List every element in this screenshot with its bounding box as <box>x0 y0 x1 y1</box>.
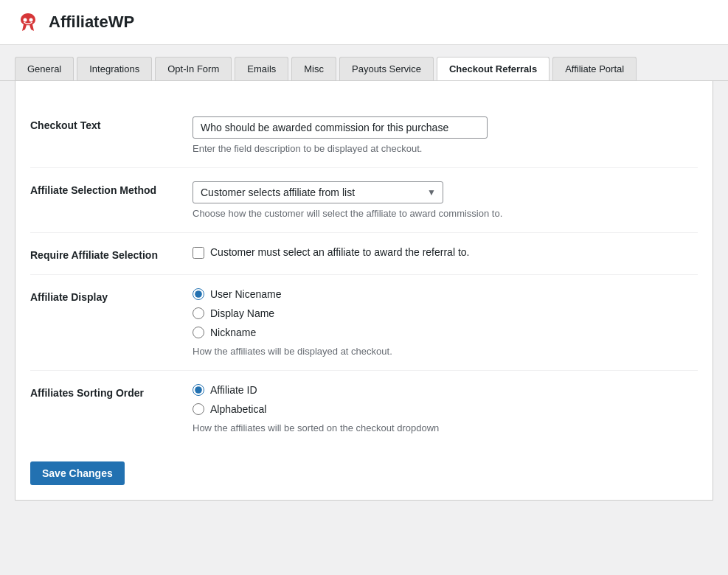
header: AffiliateWP <box>0 0 728 45</box>
tab-opt-in-form[interactable]: Opt-In Form <box>155 57 232 80</box>
require-affiliate-selection-field: Customer must select an affiliate to awa… <box>193 246 698 259</box>
tab-general[interactable]: General <box>15 57 74 80</box>
tab-integrations[interactable]: Integrations <box>77 57 152 80</box>
affiliate-display-nickname-radio[interactable] <box>193 327 204 338</box>
tab-checkout-referrals[interactable]: Checkout Referrals <box>437 57 550 80</box>
affiliates-sorting-affiliate-id-radio[interactable] <box>193 384 204 396</box>
affiliates-sorting-order-description: How the affiliates will be sorted on the… <box>193 422 698 433</box>
affiliates-sorting-order-label: Affiliates Sorting Order <box>30 384 193 399</box>
affiliate-selection-method-field: Customer selects affiliate from list Cus… <box>193 181 698 219</box>
affiliatewp-logo-icon <box>15 9 41 35</box>
affiliate-display-display-name-radio[interactable] <box>193 307 204 319</box>
affiliate-display-description: How the affiliates will be displayed at … <box>193 346 698 357</box>
svg-point-1 <box>24 18 27 22</box>
checkout-text-field: Enter the field description to be displa… <box>193 116 698 154</box>
affiliate-display-row: Affiliate Display User Nicename Display … <box>30 275 698 371</box>
affiliates-sorting-alphabetical-row: Alphabetical <box>193 403 698 415</box>
affiliate-selection-method-description: Choose how the customer will select the … <box>193 208 698 219</box>
content-wrapper: Checkout Text Enter the field descriptio… <box>0 81 728 523</box>
affiliate-selection-method-row: Affiliate Selection Method Customer sele… <box>30 168 698 233</box>
tab-misc[interactable]: Misc <box>291 57 336 80</box>
logo-text: AffiliateWP <box>49 13 134 32</box>
affiliates-sorting-order-radio-group: Affiliate ID Alphabetical <box>193 384 698 415</box>
svg-point-2 <box>30 18 33 22</box>
affiliate-display-display-name-label: Display Name <box>210 307 274 319</box>
require-affiliate-selection-checkbox-label: Customer must select an affiliate to awa… <box>210 246 469 258</box>
affiliate-display-radio-group: User Nicename Display Name Nickname <box>193 288 698 338</box>
affiliate-display-label: Affiliate Display <box>30 288 193 303</box>
affiliate-display-display-name-row: Display Name <box>193 307 698 319</box>
tab-payouts-service[interactable]: Payouts Service <box>339 57 434 80</box>
affiliate-display-user-nicename-row: User Nicename <box>193 288 698 300</box>
checkout-text-label: Checkout Text <box>30 116 193 131</box>
tab-affiliate-portal[interactable]: Affiliate Portal <box>552 57 637 80</box>
require-affiliate-selection-checkbox-row: Customer must select an affiliate to awa… <box>193 246 698 259</box>
checkout-text-row: Checkout Text Enter the field descriptio… <box>30 103 698 168</box>
affiliate-selection-method-select[interactable]: Customer selects affiliate from list Cus… <box>193 181 443 203</box>
save-changes-button[interactable]: Save Changes <box>30 461 125 485</box>
affiliates-sorting-affiliate-id-label: Affiliate ID <box>210 384 257 396</box>
affiliate-selection-method-select-wrapper: Customer selects affiliate from list Cus… <box>193 181 443 203</box>
affiliate-selection-method-label: Affiliate Selection Method <box>30 181 193 196</box>
affiliate-display-field: User Nicename Display Name Nickname How … <box>193 288 698 357</box>
checkout-text-input[interactable] <box>193 116 488 139</box>
affiliates-sorting-alphabetical-radio[interactable] <box>193 403 204 415</box>
affiliates-sorting-order-field: Affiliate ID Alphabetical How the affili… <box>193 384 698 433</box>
tab-bar: General Integrations Opt-In Form Emails … <box>0 45 728 81</box>
main-content: Checkout Text Enter the field descriptio… <box>15 81 713 501</box>
require-affiliate-selection-checkbox[interactable] <box>193 247 204 259</box>
affiliate-display-nickname-label: Nickname <box>210 327 256 338</box>
affiliates-sorting-order-row: Affiliates Sorting Order Affiliate ID Al… <box>30 371 698 447</box>
affiliates-sorting-affiliate-id-row: Affiliate ID <box>193 384 698 396</box>
affiliates-sorting-alphabetical-label: Alphabetical <box>210 403 266 415</box>
checkout-text-description: Enter the field description to be displa… <box>193 143 698 154</box>
affiliate-display-nickname-row: Nickname <box>193 327 698 338</box>
affiliate-display-user-nicename-radio[interactable] <box>193 288 204 300</box>
tab-emails[interactable]: Emails <box>235 57 288 80</box>
require-affiliate-selection-label: Require Affiliate Selection <box>30 246 193 261</box>
require-affiliate-selection-row: Require Affiliate Selection Customer mus… <box>30 233 698 275</box>
affiliate-display-user-nicename-label: User Nicename <box>210 288 281 300</box>
